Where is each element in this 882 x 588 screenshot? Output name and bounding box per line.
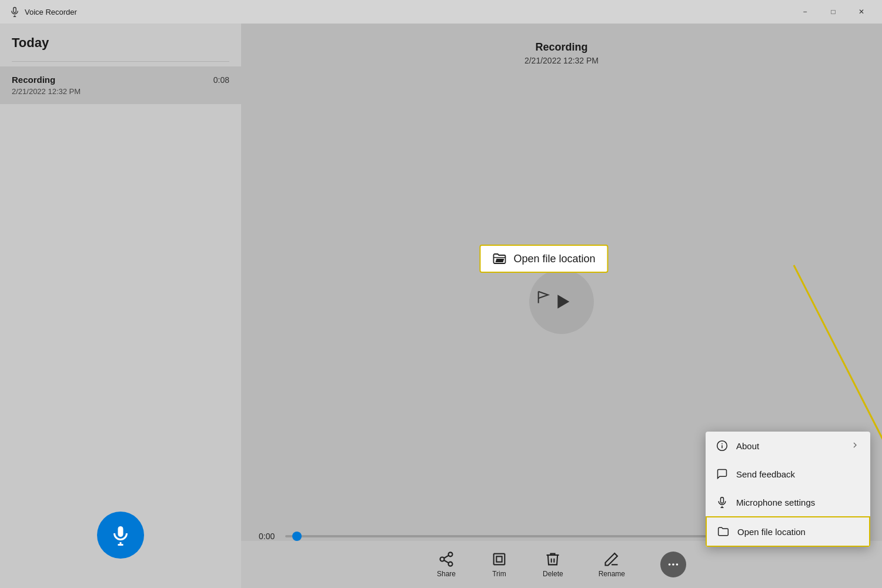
recording-item-date: 2/21/2022 12:32 PM — [12, 87, 229, 96]
sidebar-bottom — [0, 104, 241, 588]
svg-rect-0 — [14, 8, 16, 13]
context-menu-feedback[interactable]: Send feedback — [706, 460, 870, 488]
rename-label: Rename — [599, 570, 625, 578]
delete-label: Delete — [543, 570, 563, 578]
svg-rect-25 — [721, 497, 724, 503]
trim-label: Trim — [492, 570, 506, 578]
trim-button[interactable]: Trim — [491, 551, 507, 578]
sidebar-section-label: Today — [12, 35, 229, 51]
context-menu-about[interactable]: About — [706, 432, 870, 460]
recording-item-row: Recording 0:08 — [12, 75, 229, 85]
recording-list-item[interactable]: Recording 0:08 2/21/2022 12:32 PM — [0, 66, 241, 104]
maximize-button[interactable]: □ — [820, 3, 847, 21]
context-menu-open-file[interactable]: Open file location — [706, 516, 870, 547]
more-icon — [667, 558, 680, 571]
recording-item-duration: 0:08 — [213, 75, 229, 85]
share-button[interactable]: Share — [437, 551, 456, 578]
context-menu-open-file-label: Open file location — [737, 527, 806, 537]
info-icon — [716, 440, 728, 452]
trim-icon — [491, 551, 507, 567]
share-label: Share — [437, 570, 456, 578]
folder-open-icon — [492, 252, 506, 266]
recording-info: Recording 2/21/2022 12:32 PM — [241, 24, 882, 71]
recording-item-name: Recording — [12, 75, 55, 85]
svg-line-13 — [444, 556, 449, 559]
svg-line-12 — [444, 560, 449, 563]
close-button[interactable]: ✕ — [848, 3, 875, 21]
context-menu-microphone-label: Microphone settings — [736, 497, 815, 507]
flag-area — [536, 289, 552, 308]
title-bar-left: Voice Recorder — [9, 6, 77, 17]
flag-icon — [536, 289, 552, 305]
microphone-settings-icon — [716, 496, 728, 508]
app-window: Voice Recorder − □ ✕ Today Recording 0:0… — [0, 0, 882, 588]
folder-icon — [717, 526, 729, 537]
minimize-button[interactable]: − — [791, 3, 818, 21]
delete-icon — [544, 551, 561, 567]
app-title: Voice Recorder — [25, 8, 77, 16]
context-menu: About Send feedback — [706, 432, 870, 547]
share-icon — [438, 551, 455, 567]
context-menu-about-label: About — [736, 441, 759, 451]
svg-rect-3 — [118, 526, 123, 537]
svg-point-10 — [440, 557, 444, 562]
app-icon — [9, 6, 20, 17]
context-menu-feedback-label: Send feedback — [736, 469, 795, 479]
open-file-location-tooltip[interactable]: Open file location — [479, 245, 608, 273]
main-content: Today Recording 0:08 2/21/2022 12:32 PM — [0, 24, 882, 588]
recording-detail-date: 2/21/2022 12:32 PM — [241, 56, 882, 65]
svg-point-21 — [676, 563, 679, 566]
right-panel: Recording 2/21/2022 12:32 PM — [241, 24, 882, 588]
more-button[interactable] — [660, 552, 686, 577]
context-menu-microphone[interactable]: Microphone settings — [706, 488, 870, 516]
title-bar: Voice Recorder − □ ✕ — [0, 0, 882, 24]
feedback-icon — [716, 468, 728, 480]
rename-button[interactable]: Rename — [599, 551, 625, 578]
recording-detail-name: Recording — [241, 41, 882, 54]
sidebar: Today Recording 0:08 2/21/2022 12:32 PM — [0, 24, 241, 588]
progress-thumb — [292, 532, 302, 541]
chevron-right-icon — [850, 440, 860, 450]
about-chevron — [850, 440, 860, 452]
svg-point-11 — [448, 562, 452, 566]
microphone-icon — [110, 524, 131, 546]
record-button[interactable] — [97, 512, 144, 559]
delete-button[interactable]: Delete — [543, 551, 563, 578]
rename-icon — [603, 551, 620, 567]
sidebar-divider — [12, 61, 229, 62]
play-icon — [550, 290, 573, 313]
svg-marker-6 — [557, 295, 569, 308]
svg-point-9 — [448, 552, 452, 556]
svg-point-19 — [669, 563, 671, 566]
sidebar-header: Today — [0, 24, 241, 56]
svg-rect-16 — [496, 556, 502, 562]
current-time: 0:00 — [259, 532, 279, 541]
svg-point-20 — [672, 563, 674, 566]
tooltip-label: Open file location — [513, 253, 595, 265]
bottom-toolbar: Share Trim — [241, 541, 882, 588]
title-bar-controls: − □ ✕ — [791, 3, 875, 21]
